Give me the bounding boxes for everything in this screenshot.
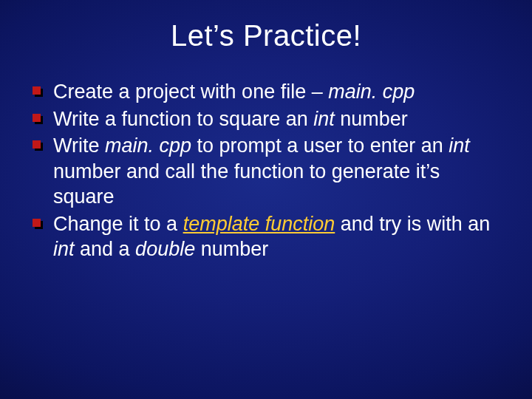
text-run: Write (53, 134, 105, 157)
italic-text: int (449, 134, 470, 157)
slide-title: Let’s Practice! (33, 19, 499, 52)
italic-text: main. cpp (328, 81, 415, 103)
slide: Let’s Practice! Create a project with on… (0, 0, 532, 399)
text-run: and try is with an (335, 213, 490, 235)
bullet-icon (33, 86, 43, 97)
text-run: and a (75, 238, 136, 260)
italic-text: int (313, 108, 335, 130)
list-item: Change it to a template function and try… (33, 211, 499, 262)
text-run: to prompt a user to enter an (191, 134, 449, 157)
bullet-icon (33, 140, 43, 151)
bullet-icon (33, 114, 43, 124)
text-run: number (335, 108, 408, 130)
list-item: Create a project with one file – main. c… (33, 79, 499, 105)
text-run: Create a project with one file – (53, 81, 328, 103)
text-run: number and call the function to generate… (53, 160, 440, 208)
italic-text: main. cpp (105, 134, 191, 157)
italic-text: double (135, 238, 195, 260)
text-run: number (195, 238, 268, 260)
bullet-icon (33, 219, 43, 229)
text-run: Write a function to square an (53, 108, 313, 130)
content-area: Create a project with one file – main. c… (33, 79, 499, 262)
list-item: Write main. cpp to prompt a user to ente… (33, 133, 499, 210)
highlight-text: template function (183, 213, 335, 235)
text-run: Change it to a (53, 213, 183, 235)
list-item: Write a function to square an int number (33, 106, 499, 132)
italic-text: int (53, 238, 75, 260)
